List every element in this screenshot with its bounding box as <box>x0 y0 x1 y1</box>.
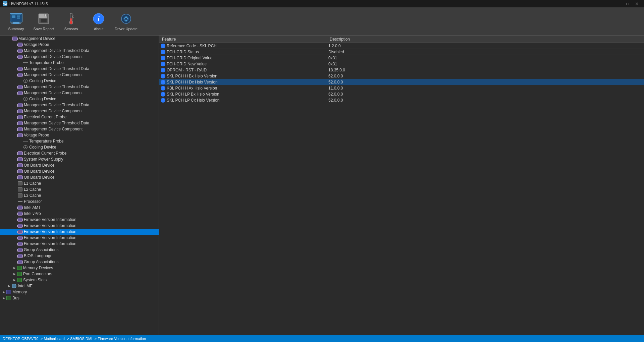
tree-panel[interactable]: Management Device Voltage Probe Manageme… <box>0 36 159 335</box>
table-row[interactable]: i PCH-CRID New Value 0x31 <box>159 61 644 67</box>
tree-item-intel-amt[interactable]: Intel AMT <box>0 205 159 211</box>
maximize-button[interactable]: □ <box>623 1 632 7</box>
cell-feature: i SKL PCH H Bx Hsio Version <box>159 74 327 78</box>
tree-item-management-device[interactable]: Management Device <box>0 36 159 42</box>
dash-icon <box>17 199 23 204</box>
tree-item-cooling-1[interactable]: Cooling Device <box>0 78 159 84</box>
expand-icon[interactable]: ▶ <box>12 266 17 270</box>
tree-item-elec-current-2[interactable]: Electrical Current Probe <box>0 150 159 156</box>
cell-description: 62.0.0.0 <box>327 74 644 78</box>
tree-item-bios-lang[interactable]: BIOS Language <box>0 253 159 259</box>
expand-icon[interactable]: ▶ <box>7 284 11 288</box>
minimize-button[interactable]: – <box>614 1 623 7</box>
tree-label: Firmware Version Information <box>24 235 76 240</box>
chip-icon <box>17 229 23 234</box>
tree-item-cooling-2[interactable]: Cooling Device <box>0 96 159 102</box>
tree-label: Memory Devices <box>23 266 53 270</box>
tree-item-mgmt-comp-5[interactable]: Management Device Component <box>0 126 159 132</box>
chip-icon <box>17 175 23 180</box>
tree-item-l3-cache[interactable]: L3 Cache <box>0 192 159 198</box>
tree-label: Management Device Threshold Data <box>24 66 89 71</box>
tree-item-mgmt-comp-1[interactable]: Management Device Component <box>0 54 159 60</box>
tree-item-firmware-4[interactable]: Firmware Version Information <box>0 235 159 241</box>
tree-item-l1-cache[interactable]: L1 Cache <box>0 180 159 186</box>
cache-icon <box>17 187 23 192</box>
tree-item-cooling-3[interactable]: Cooling Device <box>0 144 159 150</box>
tree-item-port-connectors[interactable]: ▶ Port Connectors <box>0 271 159 277</box>
tree-item-mgmt-thresh-3[interactable]: Management Device Threshold Data <box>0 84 159 90</box>
tree-item-mgmt-thresh-1[interactable]: Management Device Threshold Data <box>0 48 159 54</box>
chip-icon <box>17 108 23 114</box>
tree-item-firmware-2[interactable]: Firmware Version Information <box>0 223 159 229</box>
tree-item-group-assoc-1[interactable]: Group Associations <box>0 247 159 253</box>
tree-item-firmware-1[interactable]: Firmware Version Information <box>0 217 159 223</box>
tree-item-firmware-5[interactable]: Firmware Version Information <box>0 241 159 247</box>
tree-label: Management Device Component <box>24 72 83 77</box>
expand-icon[interactable]: ▶ <box>12 278 17 282</box>
tree-label: Management Device Threshold Data <box>24 103 89 107</box>
table-row[interactable]: i PCH-CRID Original Value 0x31 <box>159 55 644 61</box>
tree-item-mem-devices[interactable]: ▶ Memory Devices <box>0 265 159 271</box>
table-row[interactable]: i KBL PCH H Ax Hsio Version 11.0.0.0 <box>159 85 644 91</box>
driver-update-button[interactable]: Driver Update <box>113 9 140 34</box>
table-row[interactable]: i SKL PCH H Bx Hsio Version 62.0.0.0 <box>159 73 644 79</box>
chip-icon <box>17 120 23 126</box>
table-row[interactable]: i SKL PCH LP Bx Hsio Version 62.0.0.0 <box>159 91 644 97</box>
mem-icon <box>6 289 11 295</box>
tree-item-memory[interactable]: ▶ Memory <box>0 289 159 295</box>
tree-item-mgmt-thresh-5[interactable]: Management Device Threshold Data <box>0 120 159 126</box>
tree-item-l2-cache[interactable]: L2 Cache <box>0 186 159 192</box>
tree-label: Intel ME <box>18 284 33 288</box>
tree-item-group-assoc-2[interactable]: Group Associations <box>0 259 159 265</box>
table-row[interactable]: i SKL PCH LP Cx Hsio Version 52.0.0.0 <box>159 97 644 103</box>
info-icon: i <box>161 92 165 97</box>
info-icon: i <box>161 50 165 54</box>
tree-item-temp-probe-1[interactable]: Temperature Probe <box>0 60 159 66</box>
tree-item-mgmt-thresh-2[interactable]: Management Device Threshold Data <box>0 66 159 72</box>
tree-item-onboard-1[interactable]: On Board Device <box>0 162 159 168</box>
tree-item-bus[interactable]: ▶ Bus <box>0 295 159 301</box>
tree-item-mgmt-comp-2[interactable]: Management Device Component <box>0 72 159 78</box>
tree-item-temp-probe-2[interactable]: Temperature Probe <box>0 138 159 144</box>
chip-icon <box>17 48 23 53</box>
close-button[interactable]: ✕ <box>633 1 641 7</box>
tree-item-firmware-3[interactable]: Firmware Version Information <box>0 229 159 235</box>
sensors-button[interactable]: Sensors <box>58 9 85 34</box>
chip-icon <box>17 211 23 216</box>
save-report-button[interactable]: Save Report <box>30 9 57 34</box>
tree-item-mgmt-comp-3[interactable]: Management Device Component <box>0 90 159 96</box>
tree-item-sys-power[interactable]: System Power Supply <box>0 156 159 162</box>
about-button[interactable]: i About <box>85 9 112 34</box>
summary-button[interactable]: Summary <box>3 9 30 34</box>
tree-item-intel-vpro[interactable]: Intel vPro <box>0 211 159 217</box>
tree-item-mgmt-comp-4[interactable]: Management Device Component <box>0 108 159 114</box>
tree-label: Port Connectors <box>23 272 52 276</box>
expand-icon[interactable]: ▶ <box>1 290 6 294</box>
tree-label: Group Associations <box>24 247 58 252</box>
chip-icon <box>17 102 23 108</box>
cell-description: 11.0.0.0 <box>327 86 644 91</box>
tree-item-onboard-2[interactable]: On Board Device <box>0 168 159 174</box>
tree-item-system-slots[interactable]: ▶ System Slots <box>0 277 159 283</box>
tree-item-processor[interactable]: Processor <box>0 198 159 205</box>
cooling-icon <box>23 96 28 102</box>
table-row[interactable]: i SKL PCH H Dx Hsio Version 52.0.0.0 <box>159 79 644 85</box>
tree-item-voltage-probe[interactable]: Voltage Probe <box>0 42 159 48</box>
table-row[interactable]: i PCH-CRID Status Disabled <box>159 49 644 55</box>
tree-label: Management Device Component <box>24 91 83 95</box>
expand-icon[interactable]: ▶ <box>1 296 6 300</box>
feature-text: OPROM - RST - RAID <box>167 68 207 72</box>
table-body[interactable]: i Reference Code - SKL PCH 1.2.0.0 i PCH… <box>159 43 644 335</box>
status-bar: DESKTOP-OBPAVR0 -> Motherboard -> SMBIOS… <box>0 335 644 342</box>
info-icon: i <box>161 86 165 91</box>
tree-item-voltage-probe-2[interactable]: Voltage Probe <box>0 132 159 138</box>
table-row[interactable]: i Reference Code - SKL PCH 1.2.0.0 <box>159 43 644 49</box>
tree-item-elec-current-1[interactable]: Electrical Current Probe <box>0 114 159 120</box>
feature-text: SKL PCH H Bx Hsio Version <box>167 74 217 78</box>
expand-icon[interactable]: ▶ <box>12 272 17 276</box>
tree-item-onboard-3[interactable]: On Board Device <box>0 174 159 180</box>
tree-item-intel-me[interactable]: ▶ Intel ME <box>0 283 159 289</box>
cache-icon <box>17 181 23 186</box>
tree-item-mgmt-thresh-4[interactable]: Management Device Threshold Data <box>0 102 159 108</box>
table-row[interactable]: i OPROM - RST - RAID 18.35.0.0 <box>159 67 644 73</box>
